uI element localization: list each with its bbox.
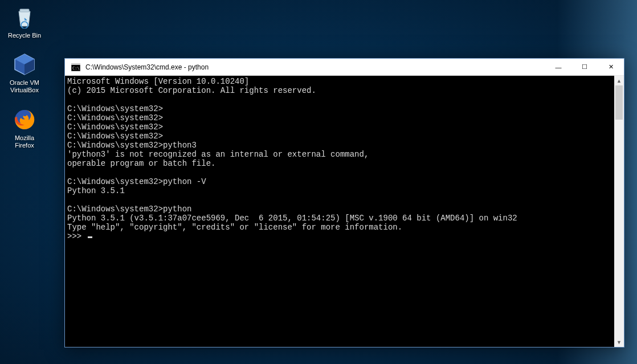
cmd-app-icon: C:\ [70,61,82,73]
desktop-icon-label: Mozilla Firefox [15,134,34,149]
terminal-line: Python 3.5.1 (v3.5.1:37a07cee5969, Dec 6… [67,214,517,223]
minimize-button[interactable]: — [545,59,571,76]
desktop-icon-label: Oracle VM VirtualBox [10,79,39,94]
svg-text:C:\: C:\ [72,66,80,71]
scroll-track[interactable] [614,85,624,337]
terminal-line: C:\Windows\system32>python [67,205,191,214]
recycle-bin-icon [12,5,37,30]
desktop-icon-virtualbox[interactable]: Oracle VM VirtualBox [2,50,47,96]
terminal-line: Microsoft Windows [Version 10.0.10240] [67,77,249,86]
terminal-line: C:\Windows\system32>python3 [67,141,197,150]
terminal-line: C:\Windows\system32> [67,122,163,132]
terminal-line: 'python3' is not recognized as an intern… [67,150,369,159]
terminal-line: C:\Windows\system32> [67,132,163,141]
svg-rect-6 [71,63,80,65]
desktop-icons-column: Recycle Bin Oracle VM VirtualBox Mozilla… [2,2,47,152]
scroll-up-button[interactable]: ▲ [614,76,624,85]
desktop-icon-label: Recycle Bin [8,32,41,39]
svg-rect-0 [20,9,29,12]
terminal-line: Python 3.5.1 [67,186,125,195]
desktop-icon-firefox[interactable]: Mozilla Firefox [2,105,47,152]
virtualbox-icon [12,52,37,77]
terminal-line: C:\Windows\system32> [67,104,163,113]
terminal-line: (c) 2015 Microsoft Corporation. All righ… [67,86,316,95]
scroll-down-button[interactable]: ▼ [614,337,624,347]
maximize-button[interactable]: ☐ [571,59,598,76]
cursor [88,236,92,238]
terminal-line: C:\Windows\system32>python -V [67,177,206,186]
scroll-thumb[interactable] [615,85,623,120]
window-titlebar[interactable]: C:\ C:\Windows\System32\cmd.exe - python… [65,59,624,76]
vertical-scrollbar[interactable]: ▲ ▼ [614,76,624,347]
cmd-window: C:\ C:\Windows\System32\cmd.exe - python… [64,58,624,347]
desktop-icon-recycle-bin[interactable]: Recycle Bin [2,2,47,42]
terminal-line: >>> [67,232,87,241]
terminal-body: Microsoft Windows [Version 10.0.10240] (… [65,76,624,347]
close-button[interactable]: ✕ [598,59,624,76]
terminal-line: Type "help", "copyright", "credits" or "… [67,223,402,232]
firefox-icon [12,107,37,132]
terminal-line: C:\Windows\system32> [67,113,163,122]
terminal-line: operable program or batch file. [67,159,215,168]
window-title: C:\Windows\System32\cmd.exe - python [85,63,209,71]
terminal-output[interactable]: Microsoft Windows [Version 10.0.10240] (… [65,76,614,347]
